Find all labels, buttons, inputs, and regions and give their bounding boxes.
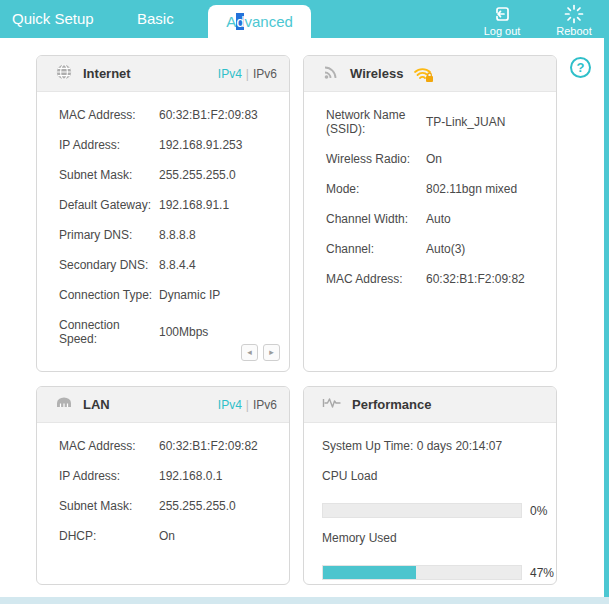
field-row-mode: Mode:802.11bgn mixed [326, 182, 546, 196]
field-label: Connection Speed: [59, 318, 159, 346]
field-label: Subnet Mask: [59, 499, 159, 513]
ip-version-switch: IPv4|IPv6 [218, 398, 277, 412]
lan-fields: MAC Address:60:32:B1:F2:09:82 IP Address… [37, 423, 289, 543]
field-row-primary-dns: Primary DNS:8.8.8.8 [59, 228, 279, 242]
help-button[interactable]: ? [570, 57, 591, 78]
field-row-radio: Wireless Radio:On [326, 152, 546, 166]
field-row-connection-type: Connection Type:Dynamic IP [59, 288, 279, 302]
field-label: IP Address: [59, 469, 159, 483]
field-label: MAC Address: [326, 272, 426, 286]
field-value: 60:32:B1:F2:09:82 [426, 272, 525, 286]
globe-icon [55, 63, 73, 85]
pager-prev-button[interactable]: ◂ [241, 344, 258, 361]
field-value: On [159, 529, 175, 543]
ipv4-link[interactable]: IPv4 [218, 398, 242, 412]
lan-hub-icon [55, 394, 73, 416]
lan-panel-title: LAN [83, 397, 110, 412]
field-row-ip: IP Address:192.168.0.1 [59, 469, 279, 483]
field-value: 60:32:B1:F2:09:82 [159, 439, 258, 453]
ip-version-separator: | [246, 398, 249, 412]
cpu-load-bar-row: 0% [322, 503, 544, 518]
window-right-border [604, 38, 609, 597]
field-value: 8.8.4.4 [159, 258, 196, 272]
tab-quick-setup[interactable]: Quick Setup [12, 0, 94, 38]
field-value: TP-Link_JUAN [426, 115, 505, 129]
lan-panel-header: LAN IPv4|IPv6 [37, 387, 289, 423]
cpu-load-progress-bar [322, 503, 522, 518]
ipv4-link[interactable]: IPv4 [218, 67, 242, 81]
cpu-load-label: CPU Load [322, 469, 544, 483]
field-label: Mode: [326, 182, 426, 196]
internet-panel-header: Internet IPv4|IPv6 [37, 56, 289, 92]
system-uptime-text: System Up Time: 0 days 20:14:07 [322, 439, 544, 453]
tab-advanced-text: A [226, 13, 236, 30]
wireless-panel-title: Wireless [350, 66, 403, 81]
field-label: Network Name (SSID): [326, 108, 421, 136]
field-value: 192.168.91.253 [159, 138, 242, 152]
field-label: MAC Address: [59, 439, 159, 453]
field-label: Default Gateway: [59, 198, 159, 212]
pager-next-button[interactable]: ▸ [263, 344, 280, 361]
performance-panel: Performance System Up Time: 0 days 20:14… [303, 386, 557, 585]
field-label: DHCP: [59, 529, 159, 543]
field-row-ssid: Network Name (SSID):TP-Link_JUAN [326, 108, 546, 136]
internet-pager: ◂ ▸ [241, 344, 280, 361]
field-row-mac: MAC Address:60:32:B1:F2:09:83 [59, 108, 279, 122]
pulse-icon [322, 394, 342, 416]
wireless-panel-header: Wireless [304, 56, 556, 92]
field-value: 8.8.8.8 [159, 228, 196, 242]
field-label: Wireless Radio: [326, 152, 426, 166]
field-value: 60:32:B1:F2:09:83 [159, 108, 258, 122]
tab-advanced-text: vanced [244, 13, 292, 30]
field-row-mac: MAC Address:60:32:B1:F2:09:82 [59, 439, 279, 453]
memory-used-bar-row: 47% [322, 565, 544, 580]
field-value: 192.168.91.1 [159, 198, 229, 212]
logout-label: Log out [478, 25, 526, 37]
internet-panel: Internet IPv4|IPv6 MAC Address:60:32:B1:… [36, 55, 290, 372]
field-value: 255.255.255.0 [159, 499, 236, 513]
cpu-load-percent: 0% [530, 504, 547, 518]
memory-used-label: Memory Used [322, 531, 544, 545]
field-row-subnet: Subnet Mask:255.255.255.0 [59, 168, 279, 182]
field-value: On [426, 152, 442, 166]
tab-advanced[interactable]: Advanced [208, 5, 311, 38]
wifi-secured-icon [413, 65, 434, 83]
field-row-connection-speed: Connection Speed:100Mbps [59, 318, 279, 346]
window-bottom-border [0, 597, 609, 604]
ipv6-link[interactable]: IPv6 [253, 398, 277, 412]
ipv6-link[interactable]: IPv6 [253, 67, 277, 81]
field-row-channel-width: Channel Width:Auto [326, 212, 546, 226]
memory-used-percent: 47% [530, 566, 554, 580]
memory-used-progress-bar [322, 565, 522, 580]
field-value: Dynamic IP [159, 288, 220, 302]
field-label: Connection Type: [59, 288, 159, 302]
field-row-subnet: Subnet Mask:255.255.255.0 [59, 499, 279, 513]
field-value: 802.11bgn mixed [426, 182, 517, 196]
field-row-ip: IP Address:192.168.91.253 [59, 138, 279, 152]
field-row-channel: Channel:Auto(3) [326, 242, 546, 256]
memory-used-progress-fill [323, 566, 416, 579]
field-label: Primary DNS: [59, 228, 159, 242]
field-value: 255.255.255.0 [159, 168, 236, 182]
field-label: Subnet Mask: [59, 168, 159, 182]
wireless-fields: Network Name (SSID):TP-Link_JUAN Wireles… [304, 92, 556, 286]
field-label: MAC Address: [59, 108, 159, 122]
field-label: IP Address: [59, 138, 159, 152]
ip-version-switch: IPv4|IPv6 [218, 67, 277, 81]
field-row-gateway: Default Gateway:192.168.91.1 [59, 198, 279, 212]
top-navigation-bar: Quick Setup Basic Advanced Log out Rebo [0, 0, 609, 38]
tab-basic[interactable]: Basic [137, 0, 174, 38]
field-row-dhcp: DHCP:On [59, 529, 279, 543]
ip-version-separator: | [246, 67, 249, 81]
logout-icon [478, 4, 526, 24]
logout-button[interactable]: Log out [478, 4, 526, 37]
reboot-button[interactable]: Reboot [550, 4, 598, 37]
field-value: Auto(3) [426, 242, 465, 256]
wireless-panel: Wireless Network Name (SSID):TP-Link_JUA… [303, 55, 557, 372]
field-value: 100Mbps [159, 325, 208, 339]
lan-panel: LAN IPv4|IPv6 MAC Address:60:32:B1:F2:09… [36, 386, 290, 585]
field-label: Channel: [326, 242, 426, 256]
reboot-icon [550, 4, 598, 24]
performance-panel-title: Performance [352, 397, 431, 412]
internet-panel-title: Internet [83, 66, 131, 81]
